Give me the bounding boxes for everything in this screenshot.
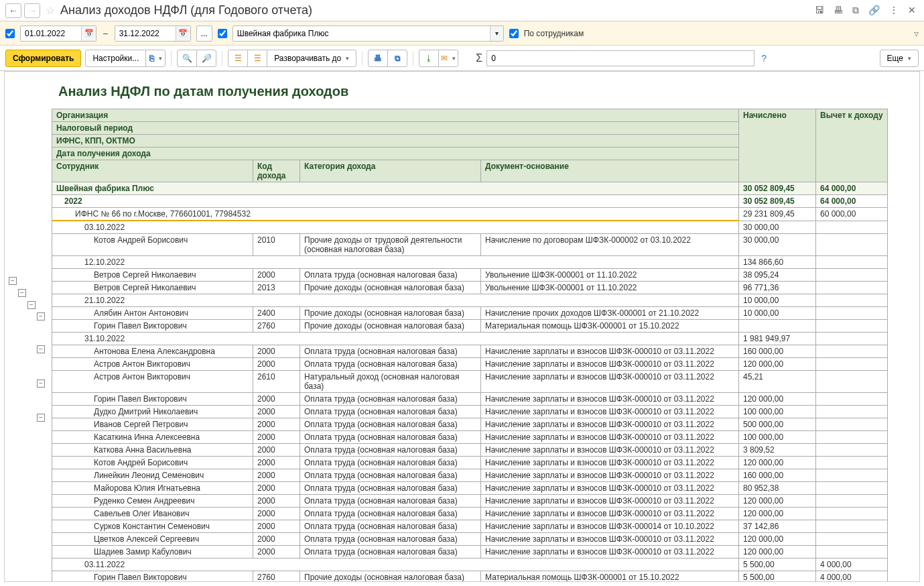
by-employees-checkbox[interactable] [509, 29, 519, 38]
cell-code: 2000 [253, 345, 300, 358]
tree-collapse-icon[interactable]: − [37, 345, 45, 353]
date-to-field[interactable]: 📅 [115, 25, 191, 42]
tree-collapse-icon[interactable]: − [37, 379, 45, 388]
cell-name: Линейкин Леонид Семенович [52, 469, 253, 482]
period-picker-button[interactable]: ... [196, 25, 212, 42]
table-row[interactable]: ИФНС № 66 по г.Москве, 776601001, 779845… [52, 208, 888, 221]
filter-icon[interactable]: ▿ [914, 28, 919, 39]
cell-code: 2400 [253, 307, 300, 320]
print-icon[interactable]: 🖶 [831, 3, 846, 17]
link-icon[interactable]: 🔗 [866, 3, 882, 17]
expand-to-button[interactable]: Разворачивать до [267, 50, 356, 67]
favorite-icon[interactable]: ☆ [46, 4, 55, 17]
tree-collapse-icon[interactable]: − [9, 277, 17, 285]
cell-accr [739, 320, 816, 333]
cell-name: Астров Антон Викторович [52, 358, 253, 371]
table-row[interactable]: Савельев Олег Иванович2000Оплата труда (… [52, 508, 888, 520]
cell-code: 2000 [253, 444, 300, 457]
table-row[interactable]: Руденко Семен Андреевич2000Оплата труда … [52, 495, 888, 508]
help-icon[interactable]: ? [761, 53, 767, 64]
table-row[interactable]: Горин Павел Викторович2760Прочие доходы … [52, 320, 888, 333]
cell-code: 2000 [253, 358, 300, 371]
cell-accr: 120 000,00 [739, 533, 816, 546]
cell-name: Руденко Семен Андреевич [52, 495, 253, 508]
tree-collapse-icon[interactable]: − [37, 312, 45, 320]
table-row[interactable]: 12.10.2022134 866,60 [52, 256, 888, 269]
collapse-all-button[interactable]: ☰ [247, 50, 267, 67]
find-button[interactable]: 🔍 [177, 50, 197, 67]
table-row[interactable]: Линейкин Леонид Семенович2000Оплата труд… [52, 469, 888, 482]
tree-collapse-icon[interactable]: − [37, 414, 45, 422]
close-icon[interactable]: ✕ [905, 3, 919, 17]
row-label: 31.10.2022 [52, 333, 739, 345]
print-preview-button[interactable]: ⧉ [387, 50, 407, 67]
hdr-document: Документ-основание [481, 160, 739, 182]
send-button[interactable]: ✉ [438, 50, 458, 67]
table-row[interactable]: Астров Антон Викторович2610Натуральный д… [52, 371, 888, 393]
org-checkbox[interactable] [218, 29, 227, 38]
table-row[interactable]: 202230 052 809,4564 000,00 [52, 195, 888, 208]
print-button[interactable]: 🖶 [368, 50, 388, 67]
cell-accr: 160 000,00 [739, 345, 816, 358]
tree-collapse-icon[interactable]: − [27, 301, 36, 309]
table-row[interactable]: Алябин Антон Антонович2400Прочие доходы … [52, 307, 888, 320]
table-row[interactable]: 31.10.20221 981 949,97 [52, 333, 888, 345]
export-button[interactable]: ⭳ [419, 50, 439, 67]
date-to-input[interactable] [115, 26, 176, 41]
preview-icon[interactable]: ⧉ [850, 3, 862, 17]
date-from-checkbox[interactable] [5, 29, 15, 38]
expand-all-button[interactable]: ☰ [228, 50, 248, 67]
nav-forward-button[interactable]: → [24, 3, 40, 18]
row-label: 03.11.2022 [52, 559, 739, 571]
cell-code: 2010 [253, 234, 300, 256]
date-from-input[interactable] [21, 26, 81, 41]
settings-button[interactable]: Настройки... [85, 50, 146, 67]
more-button[interactable]: Еще [880, 50, 919, 67]
table-row[interactable]: Ветров Сергей Николаевич2000Оплата труда… [52, 269, 888, 282]
table-row[interactable]: 21.10.202210 000,00 [52, 294, 888, 307]
cell-ded [816, 418, 888, 431]
org-field[interactable]: ▾ [233, 25, 504, 42]
org-input[interactable] [233, 26, 490, 41]
table-row[interactable]: 03.11.20225 500,004 000,00 [52, 559, 888, 571]
table-row[interactable]: Шадиев Замир Кабулович2000Оплата труда (… [52, 546, 888, 559]
separator [222, 51, 222, 66]
table-row[interactable]: Горин Павел Викторович2000Оплата труда (… [52, 393, 888, 406]
table-row[interactable]: Антонова Елена Александровна2000Оплата т… [52, 345, 888, 358]
calendar-icon[interactable]: 📅 [176, 26, 190, 41]
save-icon[interactable]: 🖫 [812, 3, 827, 17]
hdr-deduction: Вычет к доходу [816, 109, 888, 182]
settings-templates-button[interactable]: ⎘ [145, 50, 166, 67]
table-row[interactable]: Горин Павел Викторович2760Прочие доходы … [52, 571, 888, 583]
table-row[interactable]: Каткова Анна Васильевна2000Оплата труда … [52, 444, 888, 457]
table-row[interactable]: Астров Антон Викторович2000Оплата труда … [52, 358, 888, 371]
cell-ded: 64 000,00 [816, 195, 888, 208]
date-from-field[interactable]: 📅 [20, 25, 96, 42]
more-menu-icon[interactable]: ⋮ [886, 3, 901, 17]
report-area[interactable]: − − − − − − − − Анализ НДФЛ по датам пол… [4, 71, 920, 582]
table-row[interactable]: Швейная фабрика Плюс30 052 809,4564 000,… [52, 182, 888, 195]
sum-field[interactable] [486, 50, 754, 66]
table-row[interactable]: Котов Андрей Борисович2010Прочие доходы … [52, 234, 888, 256]
dropdown-icon[interactable]: ▾ [490, 26, 503, 41]
calendar-icon[interactable]: 📅 [81, 26, 96, 41]
table-row[interactable]: Дудко Дмитрий Николаевич2000Оплата труда… [52, 406, 888, 418]
table-row[interactable]: Майорова Юлия Игнатьевна2000Оплата труда… [52, 482, 888, 495]
table-row[interactable]: Цветков Алексей Сергеевич2000Оплата труд… [52, 533, 888, 546]
cell-accr: 120 000,00 [739, 508, 816, 520]
form-button[interactable]: Сформировать [5, 50, 81, 67]
table-row[interactable]: 03.10.202230 000,00 [52, 221, 888, 234]
find-next-button[interactable]: 🔎 [196, 50, 216, 67]
table-row[interactable]: Сурков Константин Семенович2000Оплата тр… [52, 520, 888, 533]
cell-cat: Оплата труда (основная налоговая база) [300, 495, 481, 508]
table-row[interactable]: Касаткина Инна Алексеевна2000Оплата труд… [52, 431, 888, 444]
cell-name: Ветров Сергей Николаевич [52, 269, 253, 282]
table-row[interactable]: Ветров Сергей Николаевич2013Прочие доход… [52, 282, 888, 294]
cell-cat: Оплата труда (основная налоговая база) [300, 345, 481, 358]
cell-doc: Начисление зарплаты и взносов ШФЗК-00001… [481, 371, 739, 393]
table-row[interactable]: Иванов Сергей Петрович2000Оплата труда (… [52, 418, 888, 431]
nav-back-button[interactable]: ← [5, 3, 21, 18]
tree-collapse-icon[interactable]: − [18, 289, 26, 297]
cell-ded [816, 482, 888, 495]
table-row[interactable]: Котов Андрей Борисович2000Оплата труда (… [52, 457, 888, 469]
